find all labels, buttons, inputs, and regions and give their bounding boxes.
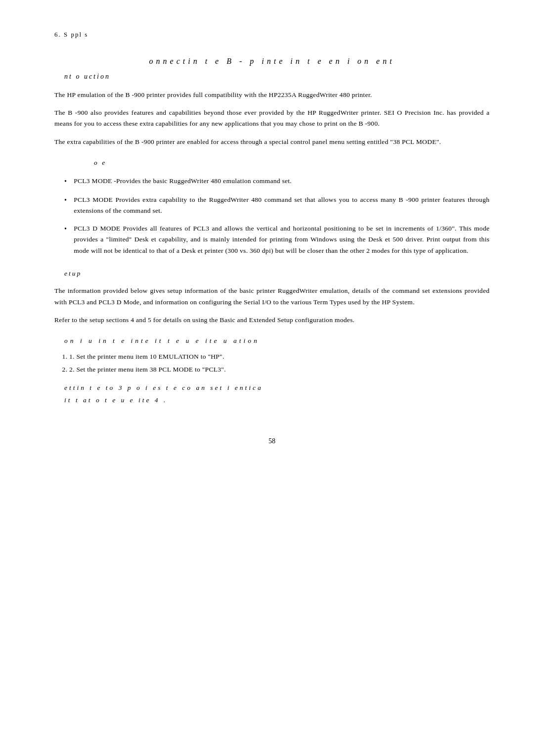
bullet-text-1: PCL3 MODE -Provides the basic RuggedWrit… — [74, 176, 490, 187]
config-steps-list: 1. Set the printer menu item 10 EMULATIO… — [69, 351, 490, 376]
page-content: 6. S ppl s onnectin t e B - p inte in t … — [54, 30, 490, 447]
config-step-1: 1. Set the printer menu item 10 EMULATIO… — [69, 351, 490, 362]
settings-line-1: ettin t e to 3 p o i es t e co an set i … — [64, 382, 490, 394]
page-number: 58 — [54, 436, 490, 447]
settings-block: ettin t e to 3 p o i es t e co an set i … — [64, 382, 490, 406]
bullet-item-1: PCL3 MODE -Provides the basic RuggedWrit… — [64, 176, 490, 187]
section-number: 6. S ppl s — [54, 30, 490, 40]
modes-title: o e — [94, 157, 490, 168]
bullet-item-2: PCL3 MODE Provides extra capability to t… — [64, 194, 490, 217]
chapter-title: onnectin t e B - p inte in t e en i on e… — [54, 55, 490, 68]
setup-title: etup — [64, 268, 490, 279]
setup-paragraph-1: The information provided below gives set… — [54, 285, 490, 308]
paragraph-1: The HP emulation of the B -900 printer p… — [54, 90, 490, 100]
intro-subtitle: nt o uction — [64, 71, 490, 82]
setup-paragraph-2: Refer to the setup sections 4 and 5 for … — [54, 315, 490, 326]
config-title: on i u in t e inte it t e u e ite u atio… — [64, 335, 490, 346]
settings-line-2: it t at o t e u e ite 4 . — [64, 394, 490, 406]
bullet-item-3: PCL3 D MODE Provides all features of PCL… — [64, 223, 490, 256]
paragraph-3: The extra capabilities of the B -900 pri… — [54, 137, 490, 147]
bullet-text-2: PCL3 MODE Provides extra capability to t… — [74, 194, 490, 217]
paragraph-2: The B -900 also provides features and ca… — [54, 107, 490, 130]
bullet-list: PCL3 MODE -Provides the basic RuggedWrit… — [64, 176, 490, 256]
bullet-text-3: PCL3 D MODE Provides all features of PCL… — [74, 223, 490, 256]
config-step-2: 2. Set the printer menu item 38 PCL MODE… — [69, 364, 490, 375]
